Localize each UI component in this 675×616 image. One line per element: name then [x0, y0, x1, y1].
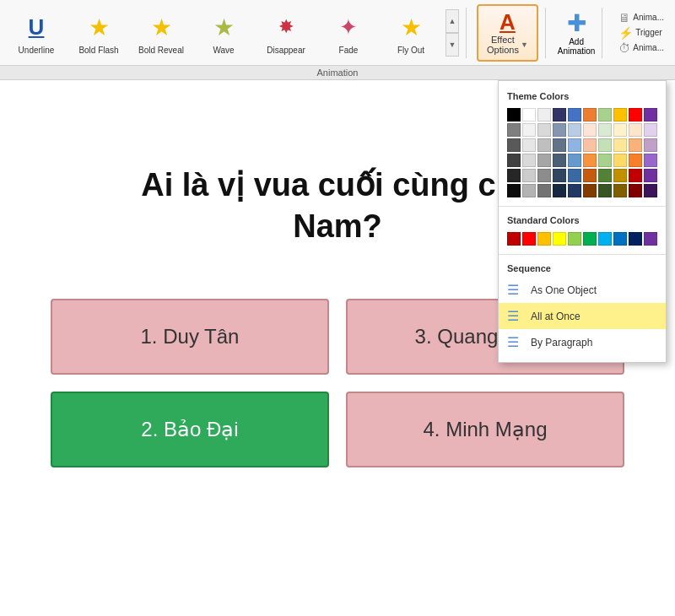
theme-color-cell[interactable]	[553, 169, 566, 182]
theme-color-cell[interactable]	[598, 184, 612, 197]
animation-strip-label: Animation	[317, 68, 359, 78]
theme-color-cell[interactable]	[537, 108, 551, 122]
theme-color-cell[interactable]	[537, 169, 551, 182]
ribbon-item-wave[interactable]: ★ Wave	[194, 7, 253, 58]
theme-color-cell[interactable]	[644, 184, 657, 197]
theme-color-cell[interactable]	[613, 154, 627, 167]
sequence-all-at-once[interactable]: ☰ All at Once	[499, 303, 666, 329]
theme-color-cell[interactable]	[629, 123, 642, 137]
disappear-icon: ✸	[269, 10, 303, 44]
ribbon-scroll-up[interactable]: ▲	[446, 9, 459, 33]
ribbon-item-underline[interactable]: U Underline	[7, 7, 66, 58]
theme-color-cell[interactable]	[553, 154, 566, 167]
standard-color-cell[interactable]	[537, 232, 551, 246]
theme-color-cell[interactable]	[553, 138, 566, 152]
standard-color-cell[interactable]	[644, 232, 657, 246]
standard-colors-grid	[499, 229, 666, 249]
standard-color-cell[interactable]	[568, 232, 581, 246]
ribbon-item-bold-flash[interactable]: ★ Bold Flash	[69, 7, 128, 58]
theme-color-cell[interactable]	[507, 138, 521, 152]
theme-color-cell[interactable]	[598, 108, 612, 122]
theme-color-cell[interactable]	[553, 184, 566, 197]
theme-color-cell[interactable]	[583, 108, 597, 122]
by-paragraph-label: By Paragraph	[531, 337, 592, 349]
fly-out-icon: ★	[394, 10, 428, 44]
theme-color-cell[interactable]	[613, 123, 627, 137]
answer-box-2[interactable]: 2. Bảo Đại	[51, 392, 329, 467]
effect-options-a-icon: A	[500, 11, 516, 33]
theme-color-cell[interactable]	[613, 184, 627, 197]
theme-color-cell[interactable]	[553, 123, 566, 137]
theme-color-cell[interactable]	[613, 108, 627, 122]
theme-color-cell[interactable]	[629, 138, 642, 152]
theme-color-cell[interactable]	[507, 108, 521, 122]
ribbon-item-bold-reveal[interactable]: ★ Bold Reveal	[132, 7, 191, 58]
anima-item-2[interactable]: ⏱ Anima...	[616, 41, 667, 56]
theme-color-cell[interactable]	[568, 138, 581, 152]
sequence-as-one[interactable]: ☰ As One Object	[499, 277, 666, 303]
add-animation-button[interactable]: ✚ AddAnimation	[558, 9, 595, 56]
theme-color-cell[interactable]	[507, 154, 521, 167]
theme-color-cell[interactable]	[583, 123, 597, 137]
theme-color-cell[interactable]	[644, 138, 657, 152]
theme-color-cell[interactable]	[583, 169, 597, 182]
theme-color-cell[interactable]	[583, 138, 597, 152]
sequence-by-paragraph[interactable]: ☰ By Paragraph	[499, 329, 666, 355]
theme-color-cell[interactable]	[644, 154, 657, 167]
theme-color-cell[interactable]	[522, 138, 536, 152]
theme-color-cell[interactable]	[629, 154, 642, 167]
anima-item-1[interactable]: 🖥 Anima...	[616, 10, 667, 25]
standard-color-cell[interactable]	[583, 232, 597, 246]
theme-color-cell[interactable]	[553, 108, 566, 122]
theme-color-cell[interactable]	[522, 123, 536, 137]
underline-icon: U	[19, 10, 53, 44]
theme-color-cell[interactable]	[644, 123, 657, 137]
theme-color-cell[interactable]	[537, 184, 551, 197]
ribbon-item-fly-out[interactable]: ★ Fly Out	[381, 7, 440, 58]
theme-color-cell[interactable]	[598, 169, 612, 182]
theme-color-cell[interactable]	[568, 108, 581, 122]
theme-color-cell[interactable]	[507, 184, 521, 197]
theme-color-cell[interactable]	[598, 138, 612, 152]
theme-color-cell[interactable]	[598, 154, 612, 167]
wave-label: Wave	[213, 46, 234, 55]
theme-color-cell[interactable]	[568, 169, 581, 182]
theme-color-cell[interactable]	[568, 154, 581, 167]
theme-color-cell[interactable]	[568, 184, 581, 197]
theme-color-cell[interactable]	[613, 138, 627, 152]
theme-color-cell[interactable]	[598, 123, 612, 137]
theme-color-cell[interactable]	[537, 123, 551, 137]
theme-color-cell[interactable]	[522, 154, 536, 167]
theme-color-cell[interactable]	[583, 154, 597, 167]
answer-box-4[interactable]: 4. Minh Mạng	[346, 392, 624, 467]
theme-color-cell[interactable]	[522, 184, 536, 197]
ribbon-item-disappear[interactable]: ✸ Disappear	[256, 7, 316, 58]
theme-color-cell[interactable]	[629, 108, 642, 122]
theme-color-cell[interactable]	[629, 169, 642, 182]
ribbon-scroll-down[interactable]: ▼	[446, 33, 459, 57]
standard-color-cell[interactable]	[507, 232, 521, 246]
theme-color-cell[interactable]	[568, 123, 581, 137]
theme-color-cell[interactable]	[644, 169, 657, 182]
standard-color-cell[interactable]	[613, 232, 627, 246]
theme-color-cell[interactable]	[507, 169, 521, 182]
ribbon-item-fade[interactable]: ✦ Fade	[319, 7, 378, 58]
theme-color-cell[interactable]	[583, 184, 597, 197]
theme-color-cell[interactable]	[507, 123, 521, 137]
trigger-item[interactable]: ⚡ Trigger	[616, 25, 664, 41]
standard-color-cell[interactable]	[522, 232, 536, 246]
theme-color-cell[interactable]	[644, 108, 657, 122]
theme-color-cell[interactable]	[537, 154, 551, 167]
theme-color-cell[interactable]	[613, 169, 627, 182]
theme-color-cell[interactable]	[522, 108, 536, 122]
answer-box-1[interactable]: 1. Duy Tân	[51, 299, 329, 375]
sequence-title: Sequence	[499, 260, 666, 277]
standard-color-cell[interactable]	[629, 232, 642, 246]
bold-flash-icon: ★	[82, 10, 116, 44]
standard-color-cell[interactable]	[553, 232, 566, 246]
theme-color-cell[interactable]	[522, 169, 536, 182]
effect-options-button[interactable]: A EffectOptions ▼	[477, 4, 538, 62]
standard-color-cell[interactable]	[598, 232, 612, 246]
theme-color-cell[interactable]	[629, 184, 642, 197]
theme-color-cell[interactable]	[537, 138, 551, 152]
